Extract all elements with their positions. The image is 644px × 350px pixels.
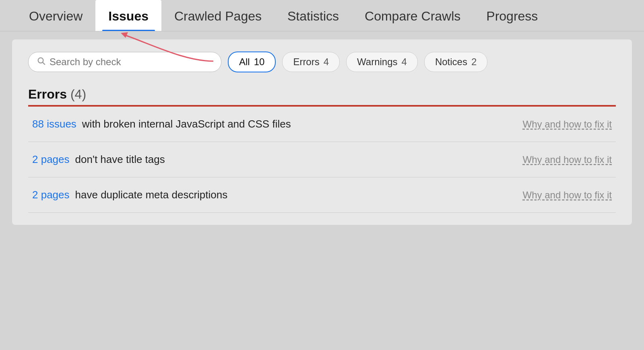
issue-row: 2 pages have duplicate meta descriptions…: [28, 177, 616, 213]
issue-text-2: don't have title tags: [75, 153, 165, 166]
issue-link-2[interactable]: 2 pages: [32, 153, 70, 166]
svg-marker-0: [121, 32, 128, 38]
fix-link-3[interactable]: Why and how to fix it: [523, 189, 612, 201]
issue-text-1: with broken internal JavaScript and CSS …: [82, 118, 291, 130]
issue-row: 88 issues with broken internal JavaScrip…: [28, 107, 616, 142]
filter-all-button[interactable]: All10: [228, 51, 276, 72]
search-input[interactable]: [50, 56, 213, 68]
main-content: All10 Errors4 Warnings4 Notices2 Errors …: [12, 39, 632, 225]
tab-issues[interactable]: Issues: [95, 0, 161, 31]
issue-link-1[interactable]: 88 issues: [32, 118, 76, 130]
tab-bar: Overview Issues Crawled Pages Statistics…: [0, 0, 644, 31]
tab-progress[interactable]: Progress: [473, 0, 551, 31]
tab-crawled-pages[interactable]: Crawled Pages: [161, 0, 275, 31]
search-box: [28, 52, 221, 72]
issue-text-3: have duplicate meta descriptions: [75, 189, 228, 201]
filter-warnings-button[interactable]: Warnings4: [346, 52, 418, 72]
fix-link-2[interactable]: Why and how to fix it: [523, 154, 612, 165]
filter-bar: All10 Errors4 Warnings4 Notices2: [28, 51, 616, 72]
fix-link-1[interactable]: Why and how to fix it: [523, 119, 612, 130]
tab-compare-crawls[interactable]: Compare Crawls: [352, 0, 473, 31]
issue-row: 2 pages don't have title tags Why and ho…: [28, 142, 616, 177]
filter-notices-button[interactable]: Notices2: [424, 52, 487, 72]
search-icon: [37, 56, 45, 68]
issue-link-3[interactable]: 2 pages: [32, 189, 70, 201]
errors-section-heading: Errors (4): [28, 87, 616, 102]
tab-statistics[interactable]: Statistics: [275, 0, 352, 31]
tab-overview[interactable]: Overview: [16, 0, 95, 31]
svg-line-2: [43, 62, 45, 64]
filter-errors-button[interactable]: Errors4: [282, 52, 340, 72]
